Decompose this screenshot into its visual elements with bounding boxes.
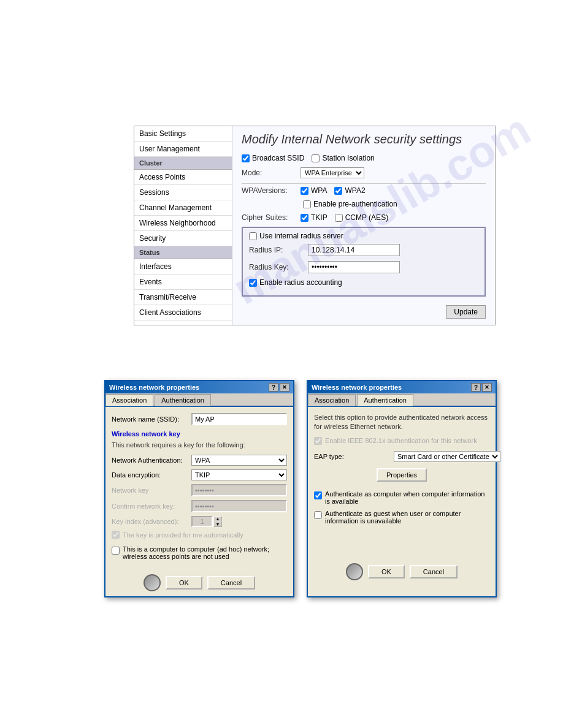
radius-ip-label: Radius IP: — [249, 246, 304, 254]
cipher-suites-label: Cipher Suites: — [242, 213, 297, 222]
nav-section-cluster: Cluster — [134, 157, 232, 170]
dialog1-tabs: Association Authentication — [105, 393, 293, 407]
radius-section: Use internal radius server Radius IP: Ra… — [242, 227, 486, 297]
dialogs-row: Wireless network properties ? ✕ Associat… — [104, 380, 497, 597]
wpa-versions-label: WPAVersions: — [242, 186, 297, 195]
mode-label: Mode: — [242, 169, 297, 177]
dialog2-cancel-button[interactable]: Cancel — [410, 565, 458, 578]
wpa-checkbox-label[interactable]: WPA — [301, 186, 327, 195]
dialog1-body: Network name (SSID): Wireless network ke… — [105, 407, 293, 569]
dialog1-ssid-label: Network name (SSID): — [112, 415, 191, 423]
wpa2-label: WPA2 — [345, 186, 365, 195]
ccmp-checkbox-label[interactable]: CCMP (AES) — [335, 213, 388, 222]
dialog1-netkey-input — [191, 484, 287, 496]
nav-channel-management[interactable]: Channel Management — [134, 200, 232, 216]
radius-accounting-checkbox[interactable] — [249, 279, 257, 287]
dialog1-controls: ? ✕ — [269, 383, 289, 392]
dialog1-adhoc-checkbox[interactable] — [112, 547, 120, 555]
broadcast-ssid-checkbox[interactable] — [242, 154, 250, 162]
radius-accounting-label[interactable]: Enable radius accounting — [249, 278, 342, 287]
dialog2-footer: OK Cancel — [308, 558, 496, 585]
dialog2-controls: ? ✕ — [471, 383, 492, 392]
dialog1-enc-select[interactable]: TKIP — [191, 469, 287, 480]
nav-section-status: Status — [134, 246, 232, 259]
tkip-checkbox-label[interactable]: TKIP — [301, 213, 327, 222]
radius-ip-input[interactable] — [308, 244, 400, 256]
nav-security[interactable]: Security — [134, 231, 232, 246]
dialog1-tab-association[interactable]: Association — [105, 394, 153, 406]
internal-radius-checkbox[interactable] — [249, 232, 257, 240]
wpa-checkbox[interactable] — [301, 187, 308, 195]
station-isolation-checkbox-label[interactable]: Station Isolation — [312, 154, 374, 162]
dialog2-ok-button[interactable]: OK — [368, 565, 405, 578]
dialog2-tab-association[interactable]: Association — [308, 394, 356, 406]
dialog2-close-btn[interactable]: ✕ — [482, 383, 492, 392]
dialog2-auth-computer-checkbox[interactable] — [314, 491, 322, 499]
dialog1-ok-button[interactable]: OK — [166, 576, 202, 590]
dialog2-logo — [346, 563, 363, 580]
dialog1-adhoc-label: This is a computer to computer (ad hoc) … — [123, 545, 287, 560]
dialog2-properties-button[interactable]: Properties — [377, 468, 427, 482]
update-button[interactable]: Update — [446, 305, 486, 319]
pre-auth-label: Enable pre-authentication — [313, 200, 397, 208]
nav-interfaces[interactable]: Interfaces — [134, 259, 232, 275]
dialog2-ieee-checkbox — [314, 437, 322, 445]
dialog2-static-text: Select this option to provide authentica… — [314, 413, 489, 432]
nav-access-points[interactable]: Access Points — [134, 170, 232, 185]
wpa-label: WPA — [311, 186, 327, 195]
dialog1-confirmkey-input — [191, 500, 287, 512]
radius-key-input[interactable] — [308, 261, 400, 273]
nav-wireless-neighborhood[interactable]: Wireless Neighborhood — [134, 216, 232, 231]
dialog2-title: Wireless network properties — [312, 384, 402, 391]
dialog1-keyindex-stepper: ▲ ▼ — [191, 516, 222, 527]
wpa2-checkbox-label[interactable]: WPA2 — [334, 186, 365, 195]
dialog1-titlebar: Wireless network properties ? ✕ — [105, 381, 293, 393]
dialog1-close-btn[interactable]: ✕ — [280, 383, 289, 392]
admin-panel: Basic Settings User Management Cluster A… — [134, 126, 496, 325]
nav-transmit-receive[interactable]: Transmit/Receive — [134, 290, 232, 305]
nav-events[interactable]: Events — [134, 275, 232, 290]
wpa2-checkbox[interactable] — [334, 187, 342, 195]
nav-user-management[interactable]: User Management — [134, 142, 232, 157]
dialog2-eap-label: EAP type: — [314, 453, 394, 460]
broadcast-ssid-label: Broadcast SSID — [252, 154, 304, 162]
dialog1-title: Wireless network properties — [109, 384, 199, 391]
main-content: Modify Internal Network security setting… — [232, 126, 495, 325]
dialog1-ssid-input[interactable] — [191, 413, 287, 425]
dialog1-confirmkey-label: Confirm network key: — [112, 502, 191, 510]
dialog2-help-btn[interactable]: ? — [471, 383, 481, 392]
dialog2-auth-guest-label: Authenticate as guest when user or compu… — [325, 510, 489, 525]
radius-key-label: Radius Key: — [249, 263, 304, 271]
station-isolation-checkbox[interactable] — [312, 154, 320, 162]
nav-client-associations[interactable]: Client Associations — [134, 305, 232, 320]
dialog1-cancel-button[interactable]: Cancel — [207, 576, 255, 590]
nav-sessions[interactable]: Sessions — [134, 185, 232, 200]
dialog1-auth-select[interactable]: WPA — [191, 455, 287, 466]
dialog1-enc-label: Data encryption: — [112, 471, 191, 479]
radius-accounting-text: Enable radius accounting — [259, 278, 342, 287]
dialog1-tab-authentication[interactable]: Authentication — [155, 394, 211, 406]
dialog1-key-section-label: Wireless network key — [112, 430, 287, 438]
dialog2-tabs: Association Authentication — [308, 393, 496, 407]
pre-auth-checkbox-label[interactable]: Enable pre-authentication — [303, 200, 397, 208]
dialog1-keyindex-label: Key index (advanced): — [112, 518, 191, 525]
nav-basic-settings[interactable]: Basic Settings — [134, 126, 232, 142]
dialog1-stepper-up: ▲ — [213, 516, 222, 521]
tkip-checkbox[interactable] — [301, 214, 308, 222]
station-isolation-label: Station Isolation — [322, 154, 374, 162]
mode-select[interactable]: WPA Enterprise — [301, 167, 364, 178]
dialog1-stepper-buttons: ▲ ▼ — [213, 516, 222, 527]
dialog1-key-provided-label: The key is provided for me automatically — [123, 531, 243, 539]
ccmp-checkbox[interactable] — [335, 214, 343, 222]
dialog2-auth-guest-checkbox[interactable] — [314, 511, 322, 519]
dialog2-tab-authentication[interactable]: Authentication — [357, 394, 413, 406]
internal-radius-text: Use internal radius server — [259, 232, 343, 240]
broadcast-ssid-checkbox-label[interactable]: Broadcast SSID — [242, 154, 304, 162]
pre-auth-checkbox[interactable] — [303, 200, 311, 208]
dialog2-ieee-label: Enable IEEE 802.1x authentication for th… — [325, 437, 477, 444]
dialog2-eap-select[interactable]: Smart Card or other Certificate — [394, 451, 500, 462]
nav-sidebar: Basic Settings User Management Cluster A… — [134, 126, 232, 325]
dialog2-body: Select this option to provide authentica… — [308, 407, 496, 558]
dialog1-help-btn[interactable]: ? — [269, 383, 278, 392]
internal-radius-label[interactable]: Use internal radius server — [249, 232, 343, 240]
